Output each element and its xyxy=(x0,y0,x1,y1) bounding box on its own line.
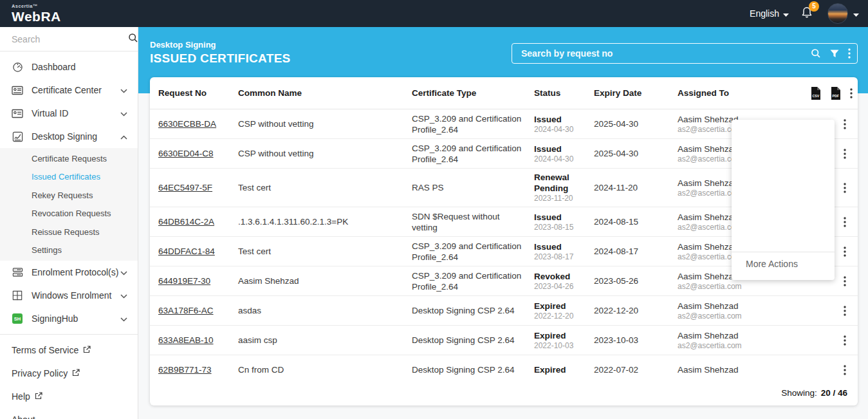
export-csv-button[interactable]: CSV xyxy=(810,87,821,100)
cell-certificate-type: CSP_3.209 and Certification Profile_2.64 xyxy=(412,241,534,263)
cell-common-name: Cn from CD xyxy=(238,365,412,375)
windows-enrolment-icon xyxy=(12,290,23,301)
external-link-icon xyxy=(83,345,91,355)
cell-certificate-type: RAS PS xyxy=(412,182,534,193)
request-no-link[interactable]: 64DB614C-2A xyxy=(158,217,214,227)
chevron-down-icon xyxy=(120,313,127,324)
sidebar: Dashboard Certificate Center Virtual ID … xyxy=(0,27,138,419)
cell-status: Revoked 2023-04-26 xyxy=(534,271,594,292)
table-header-row: Request No Common Name Certificate Type … xyxy=(150,77,858,109)
cell-expiry-date: 2024-08-15 xyxy=(594,217,678,227)
sidebar-subitem-rekey-requests[interactable]: Rekey Requests xyxy=(0,186,138,205)
sidebar-item-dashboard[interactable]: Dashboard xyxy=(0,55,138,79)
row-actions-context-menu: More Actions xyxy=(732,120,835,280)
user-menu[interactable] xyxy=(827,3,859,24)
language-label: English xyxy=(750,8,779,19)
sidebar-link-privacy-policy[interactable]: Privacy Policy xyxy=(0,362,138,385)
sidebar-item-desktop-signing[interactable]: Desktop Signing xyxy=(0,125,138,148)
cell-expiry-date: 2023-05-26 xyxy=(594,276,678,286)
brand-company: Ascertia™ xyxy=(12,4,61,9)
sidebar-item-enrolment-protocol-s[interactable]: Enrolment Protocol(s) xyxy=(0,261,138,284)
search-icon[interactable] xyxy=(128,33,138,46)
request-no-link[interactable]: 644919E7-30 xyxy=(158,276,210,286)
context-menu-divider xyxy=(732,252,835,252)
context-menu-item-provision-certificate[interactable] xyxy=(732,187,835,208)
top-navbar: Ascertia™ WebRA English 5 xyxy=(0,0,868,27)
table-footer: Showing: 20 / 46 xyxy=(150,380,858,405)
sidebar-item-virtual-id[interactable]: Virtual ID xyxy=(0,102,138,125)
context-menu-item-certificate-linting[interactable] xyxy=(732,144,835,165)
notifications-button[interactable]: 5 xyxy=(800,6,813,22)
certificate-center-icon xyxy=(12,84,23,96)
sidebar-subitem-settings[interactable]: Settings xyxy=(0,241,138,260)
cell-common-name: Test cert xyxy=(238,183,412,192)
cell-assigned-to: Aasim Shehzad xyxy=(678,364,801,375)
language-selector[interactable]: English xyxy=(750,8,789,19)
context-menu-item-revoke-certificate[interactable] xyxy=(732,229,835,250)
cell-common-name: .1.3.6.1.4.1.311.60.2.1.3=PK xyxy=(238,217,412,227)
cell-expiry-date: 2022-12-20 xyxy=(594,306,678,315)
breadcrumb-section: Desktop Signing xyxy=(150,40,291,50)
showing-label: Showing: xyxy=(781,388,817,398)
cell-common-name: CSP without vetting xyxy=(238,119,412,129)
cell-status: Renewal Pending 2023-11-20 xyxy=(534,172,594,203)
request-no-link[interactable]: 633A8EAB-10 xyxy=(158,335,214,345)
sidebar-search xyxy=(0,27,138,51)
filter-icon[interactable] xyxy=(830,50,839,58)
request-no-link[interactable]: 64EC5497-5F xyxy=(158,183,212,192)
column-header-certificate-type: Certificate Type xyxy=(412,88,534,98)
desktop-signing-icon xyxy=(12,131,23,142)
search-icon[interactable] xyxy=(811,48,821,59)
sidebar-link-about[interactable]: About xyxy=(0,408,138,419)
cell-status: Expired xyxy=(534,364,594,375)
export-pdf-button[interactable]: PDF xyxy=(830,87,841,100)
row-actions-kebab-icon[interactable] xyxy=(801,306,858,316)
main-content: Desktop Signing ISSUED CERTIFICATES Requ… xyxy=(138,27,868,419)
request-no-link[interactable]: 64DDFAC1-84 xyxy=(158,247,215,256)
cell-status: Expired 2022-10-03 xyxy=(534,330,594,351)
avatar xyxy=(827,3,848,24)
cell-expiry-date: 2024-08-17 xyxy=(594,247,678,256)
context-menu-item-view-certificate[interactable] xyxy=(732,123,835,144)
search-options-kebab-icon[interactable] xyxy=(848,48,851,59)
svg-text:PDF: PDF xyxy=(833,93,839,97)
chevron-up-icon xyxy=(120,131,127,142)
enrolment-protocols-icon xyxy=(12,266,23,278)
table-row: 62B9B771-73 Cn from CD Desktop Signing C… xyxy=(150,355,858,380)
external-link-icon xyxy=(35,391,42,402)
cell-common-name: aasim csp xyxy=(238,335,412,345)
sidebar-subitem-issued-certificates[interactable]: Issued Certificates xyxy=(0,168,138,187)
caret-down-icon xyxy=(783,8,789,19)
sidebar-link-terms-of-service[interactable]: Terms of Service xyxy=(0,339,138,362)
request-no-link[interactable]: 6630ED04-C8 xyxy=(158,149,214,158)
context-menu-item-delete-certificate[interactable] xyxy=(732,208,835,229)
chevron-down-icon xyxy=(120,290,127,301)
cell-certificate-type: Desktop Signing CSP 2.64 xyxy=(412,305,534,316)
request-no-link[interactable]: 62B9B771-73 xyxy=(158,365,212,375)
request-search-input[interactable] xyxy=(521,48,811,59)
column-header-assigned-to: Assigned To xyxy=(678,88,801,98)
request-no-link[interactable]: 63A178F6-AC xyxy=(158,306,214,315)
request-no-link[interactable]: 6630ECBB-DA xyxy=(158,119,216,129)
sidebar-link-help[interactable]: Help xyxy=(0,385,138,408)
signinghub-icon: SH xyxy=(12,313,23,324)
sidebar-item-windows-enrolment[interactable]: Windows Enrolment xyxy=(0,284,138,307)
cell-expiry-date: 2024-11-20 xyxy=(594,183,678,192)
row-actions-kebab-icon[interactable] xyxy=(801,365,858,375)
sidebar-subitem-revocation-requests[interactable]: Revocation Requests xyxy=(0,205,138,223)
sidebar-item-signinghub[interactable]: SH SigningHub xyxy=(0,307,138,330)
table-options-kebab-icon[interactable] xyxy=(850,88,853,98)
context-menu-item-more-actions[interactable]: More Actions xyxy=(732,254,835,275)
sidebar-search-input[interactable] xyxy=(12,34,128,44)
brand-logo[interactable]: Ascertia™ WebRA xyxy=(12,4,61,24)
brand-product: WebRA xyxy=(12,10,61,23)
row-actions-kebab-icon[interactable] xyxy=(801,335,858,346)
notification-count-badge: 5 xyxy=(809,1,819,12)
sidebar-subitem-certificate-requests[interactable]: Certificate Requests xyxy=(0,149,138,168)
context-menu-item-download-certificate[interactable] xyxy=(732,165,835,187)
sidebar-subitem-reissue-requests[interactable]: Reissue Requests xyxy=(0,223,138,241)
external-link-icon xyxy=(72,368,80,378)
cell-status: Expired 2022-12-20 xyxy=(534,301,594,321)
cell-expiry-date: 2025-04-30 xyxy=(594,149,678,158)
sidebar-item-certificate-center[interactable]: Certificate Center xyxy=(0,79,138,102)
